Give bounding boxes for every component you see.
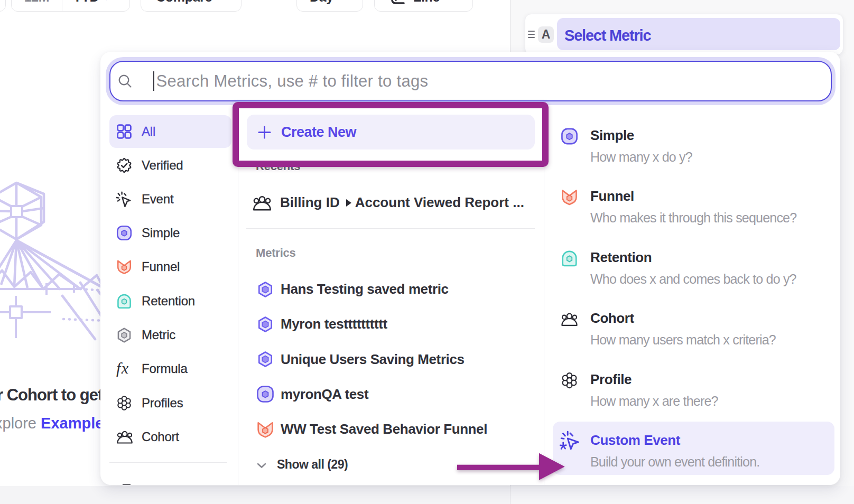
svg-text:fx: fx	[116, 360, 129, 377]
